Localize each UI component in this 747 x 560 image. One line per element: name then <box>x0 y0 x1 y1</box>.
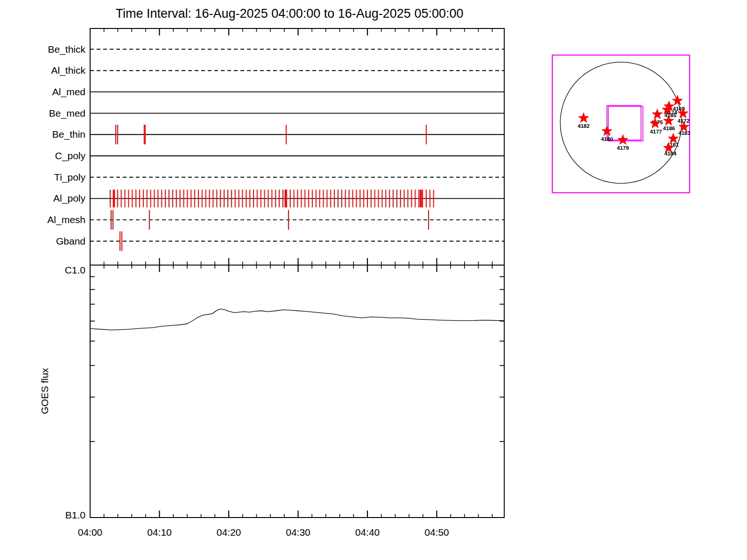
active-region-star-4175 <box>652 109 662 119</box>
active-region-label-4184: 4184 <box>664 151 677 156</box>
xrt-fov-box <box>608 106 643 141</box>
active-region-label-4177: 4177 <box>650 129 662 134</box>
time-tick-label-0420: 04:20 <box>205 527 252 537</box>
filter-label-Be_med: Be_med <box>0 108 85 118</box>
goes-axis-title: GOES flux <box>39 368 50 414</box>
filter-label-Al_thick: Al_thick <box>0 65 85 75</box>
active-region-label-4179: 4179 <box>617 145 629 151</box>
time-tick-label-0400: 04:00 <box>67 527 113 537</box>
filter-label-Al_mesh: Al_mesh <box>0 215 85 224</box>
filter-label-Be_thick: Be_thick <box>0 44 85 54</box>
exposure-ticks-Gband <box>120 231 122 251</box>
active-region-star-4179 <box>618 135 628 145</box>
time-tick-label-0440: 04:40 <box>344 527 391 537</box>
filter-label-Al_med: Al_med <box>0 87 85 97</box>
active-region-star-4182 <box>578 113 589 123</box>
solar-map-panel: 4182418041794175417741864174418541694172… <box>552 55 691 193</box>
active-region-label-4183: 4183 <box>678 130 691 136</box>
time-tick-label-0410: 04:10 <box>136 527 183 537</box>
goes-ytick-bottom: B1.0 <box>0 510 85 520</box>
active-region-star-4169 <box>672 95 683 105</box>
plot-canvas: 4182418041794175417741864174418541694172… <box>0 0 747 560</box>
xrt-timeline-panel <box>90 28 504 265</box>
filter-label-C_poly: C_poly <box>0 151 85 161</box>
time-axis-ticks <box>104 28 493 518</box>
xrt-fov-box <box>607 105 641 140</box>
goes-ytick-top: C1.0 <box>0 265 85 275</box>
active-region-label-4186: 4186 <box>663 126 675 131</box>
active-region-label-4182: 4182 <box>578 123 590 129</box>
goes-panel <box>90 265 504 518</box>
solar-map-border <box>552 55 690 193</box>
active-region-label-4185: 4185 <box>664 112 677 118</box>
filter-label-Be_thin: Be_thin <box>0 129 85 139</box>
filter-label-Gband: Gband <box>0 236 85 246</box>
goes-flux-curve <box>90 309 504 330</box>
active-region-label-4180: 4180 <box>601 136 613 142</box>
goes-log-minor-ticks <box>90 277 504 441</box>
time-tick-label-0430: 04:30 <box>275 527 322 537</box>
time-tick-label-0450: 04:50 <box>414 527 460 537</box>
filter-label-Al_poly: Al_poly <box>0 193 85 203</box>
filter-label-Ti_poly: Ti_poly <box>0 172 85 182</box>
screenshot-root: Time Interval: 16-Aug-2025 04:00:00 to 1… <box>0 0 747 560</box>
